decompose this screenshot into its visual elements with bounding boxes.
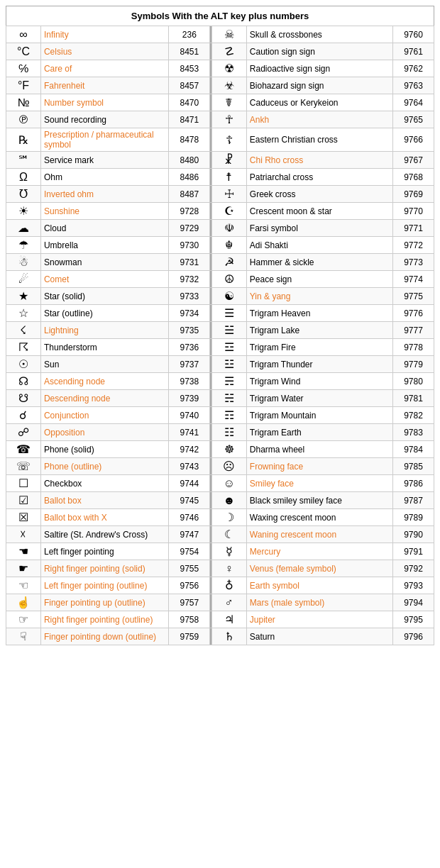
right-name: Trigram Heaven	[246, 305, 392, 322]
right-name: Chi Rho cross	[246, 152, 392, 169]
left-num: 9731	[169, 254, 210, 271]
right-symbol: ☰	[211, 305, 246, 322]
right-name: Dharma wheel	[246, 441, 392, 458]
left-name: Finger pointing up (outline)	[40, 594, 168, 611]
right-num: 9764	[392, 94, 434, 111]
right-num: 9770	[392, 203, 434, 220]
left-symbol: ☞	[6, 611, 41, 628]
right-symbol: ☻	[211, 492, 246, 509]
table-row: ☒Ballot box with X9746☽Waxing crescent m…	[6, 509, 434, 526]
left-num: 8487	[169, 186, 210, 203]
right-symbol: ☬	[211, 237, 246, 254]
right-symbol: ☭	[211, 254, 246, 271]
left-num: 8486	[169, 169, 210, 186]
right-num: 9771	[392, 220, 434, 237]
left-name: Service mark	[40, 152, 168, 169]
left-name: Fahrenheit	[40, 77, 168, 94]
left-name: Care of	[40, 60, 168, 77]
table-row: ☇Lightning9735☱Trigram Lake9777	[6, 322, 434, 339]
left-num: 236	[169, 26, 210, 43]
left-num: 9759	[169, 628, 210, 645]
left-num: 9741	[169, 424, 210, 441]
right-name: Radioactive sign sign	[246, 60, 392, 77]
right-symbol: ☠	[211, 26, 246, 43]
right-num: 9778	[392, 339, 434, 356]
left-name: Sound recording	[40, 111, 168, 128]
right-symbol: ☫	[211, 220, 246, 237]
right-symbol: ☿	[211, 543, 246, 560]
left-num: 9733	[169, 288, 210, 305]
right-num: 9768	[392, 169, 434, 186]
left-symbol: ℧	[6, 186, 41, 203]
left-name: Left finger pointing	[40, 543, 168, 560]
table-row: ★Star (solid)9733☯Yin & yang9775	[6, 288, 434, 305]
table-row: ☍Opposition9741☷Trigram Earth9783	[6, 424, 434, 441]
left-name: Ohm	[40, 169, 168, 186]
table-row: ☄Comet9732☮Peace sign9774	[6, 271, 434, 288]
left-name: Star (outline)	[40, 305, 168, 322]
left-num: 9735	[169, 322, 210, 339]
left-name: Opposition	[40, 424, 168, 441]
left-num: 9734	[169, 305, 210, 322]
left-name: Celsius	[40, 43, 168, 60]
symbols-table: ∞Infinity236☠Skull & crossbones9760°CCel…	[6, 26, 434, 645]
table-row: ☋Descending node9739☵Trigram Water9781	[6, 390, 434, 407]
table-row: ☓Saltire (St. Andrew's Cross)9747☾Waning…	[6, 526, 434, 543]
right-symbol: ☪	[211, 203, 246, 220]
left-name: Prescription / pharmaceutical symbol	[40, 128, 168, 152]
left-name: Cloud	[40, 220, 168, 237]
left-num: 9745	[169, 492, 210, 509]
left-symbol: ☋	[6, 390, 41, 407]
left-symbol: °C	[6, 43, 41, 60]
right-num: 9777	[392, 322, 434, 339]
right-symbol: ☾	[211, 526, 246, 543]
right-symbol: ☨	[211, 169, 246, 186]
left-name: Saltire (St. Andrew's Cross)	[40, 526, 168, 543]
table-row: ℞Prescription / pharmaceutical symbol847…	[6, 128, 434, 152]
right-name: Caduceus or Kerykeion	[246, 94, 392, 111]
right-name: Farsi symbol	[246, 220, 392, 237]
left-num: 8470	[169, 94, 210, 111]
left-num: 9743	[169, 458, 210, 475]
right-name: Saturn	[246, 628, 392, 645]
right-num: 9786	[392, 475, 434, 492]
left-name: Right finger pointing (solid)	[40, 560, 168, 577]
right-name: Skull & crossbones	[246, 26, 392, 43]
left-symbol: ℠	[6, 152, 41, 169]
right-name: Ankh	[246, 111, 392, 128]
right-name: Trigram Water	[246, 390, 392, 407]
left-symbol: ☉	[6, 356, 41, 373]
table-row: ☚Left finger pointing9754☿Mercury9791	[6, 543, 434, 560]
right-num: 9773	[392, 254, 434, 271]
right-num: 9782	[392, 407, 434, 424]
left-name: Snowman	[40, 254, 168, 271]
left-name: Ballot box	[40, 492, 168, 509]
table-row: ΩOhm8486☨Patriarchal cross9768	[6, 169, 434, 186]
right-name: Patriarchal cross	[246, 169, 392, 186]
right-name: Adi Shakti	[246, 237, 392, 254]
left-symbol: ☌	[6, 407, 41, 424]
right-symbol: ☷	[211, 424, 246, 441]
right-symbol: ☡	[211, 43, 246, 60]
right-symbol: ☸	[211, 441, 246, 458]
right-name: Trigram Fire	[246, 339, 392, 356]
table-row: ☞Right finger pointing (outline)9758♃Jup…	[6, 611, 434, 628]
right-name: Waning crescent moon	[246, 526, 392, 543]
left-name: Phone (outline)	[40, 458, 168, 475]
left-symbol: ☝	[6, 594, 41, 611]
table-row: ☜Left finger pointing (outline)9756♁Eart…	[6, 577, 434, 594]
left-name: Sun	[40, 356, 168, 373]
left-symbol: ∞	[6, 26, 41, 43]
right-num: 9780	[392, 373, 434, 390]
right-num: 9793	[392, 577, 434, 594]
left-name: Right finger pointing (outline)	[40, 611, 168, 628]
table-row: ℠Service mark8480☧Chi Rho cross9767	[6, 152, 434, 169]
left-symbol: ☇	[6, 322, 41, 339]
right-num: 9795	[392, 611, 434, 628]
left-symbol: ☀	[6, 203, 41, 220]
left-name: Descending node	[40, 390, 168, 407]
right-symbol: ☺	[211, 475, 246, 492]
left-symbol: ℅	[6, 60, 41, 77]
left-name: Umbrella	[40, 237, 168, 254]
left-num: 9744	[169, 475, 210, 492]
